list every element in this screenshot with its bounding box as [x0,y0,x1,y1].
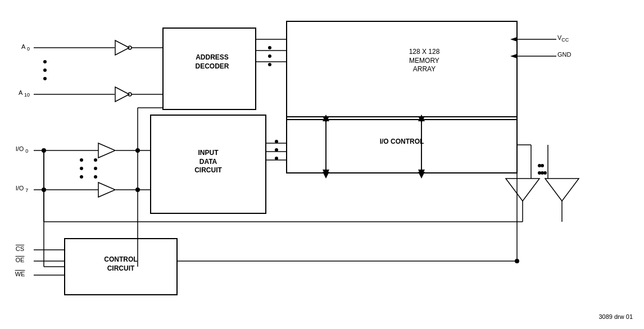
control-circuit-label: CONTROLCIRCUIT [65,255,177,273]
dot-io-3 [80,175,83,179]
arrow-vcc [510,37,517,42]
arrow-up-right [418,115,425,121]
dot-tri-bus3 [543,171,547,175]
doc-number: 3089 drw 01 [598,313,633,321]
dot-bus-io3 [275,157,278,160]
dot-io-2 [80,167,83,170]
junction-buf-io7 [135,188,140,192]
address-decoder-label: ADDRESSDECODER [166,53,258,71]
diagram-svg [0,0,644,329]
dot-bus2 [268,54,271,58]
arrow-up-left [323,115,329,121]
dot-bus1 [268,46,271,49]
output-triangle-right [545,179,579,201]
dot-out-2 [541,164,544,167]
buffer-io7 [98,182,115,197]
cs-label: CS [10,245,30,253]
dot-bus-io2 [275,148,278,152]
dot-bus-io1 [275,140,278,143]
a10-label: A 10 [12,89,36,99]
io-control-label: I/O CONTROL [287,138,517,147]
dot-bus3 [268,63,271,66]
arrow-down-left [323,172,329,179]
dot-io-4 [94,158,97,162]
buffer-io0 [98,143,115,158]
circuit-diagram: ADDRESSDECODER 128 X 128MEMORYARRAY INPU… [0,0,644,329]
io7-label: I/O 7 [10,184,34,194]
io0-label: I/O 0 [10,145,34,155]
oe-label: OE [10,256,30,264]
buffer-a10 [115,87,129,102]
dot-io-5 [94,167,97,170]
a0-label: A 0 [16,43,35,53]
dot-io-6 [94,175,97,179]
buffer-a0 [115,40,129,55]
arrow-down-right [418,172,425,179]
gnd-label: GND [557,51,591,58]
dot1-address [43,60,47,63]
dot2-address [43,68,47,72]
vcc-label: VCC [557,34,591,44]
dot3-address [43,77,47,80]
we-label: WE [10,270,30,278]
output-triangle-left [506,179,539,201]
dot-io-1 [80,158,83,162]
memory-array-label: 128 X 128MEMORYARRAY [332,48,517,74]
input-data-circuit-label: INPUTDATACIRCUIT [151,149,266,175]
